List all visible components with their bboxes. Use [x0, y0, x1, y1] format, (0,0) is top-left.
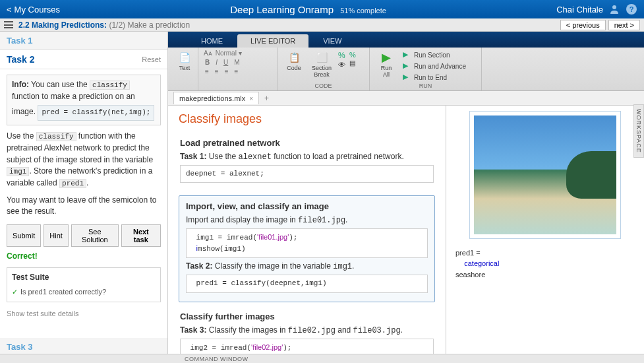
- user-icon[interactable]: [608, 3, 620, 15]
- course-title-area: Deep Learning Onramp 51% complete: [60, 4, 556, 15]
- correct-label: Correct!: [7, 251, 161, 262]
- ribbon-toolbar: 📄 Text Aᴀ Normal ▾ B I U M: [168, 48, 644, 91]
- breadcrumb-bar: 2.2 Making Predictions: (1/2) Make a pre…: [0, 18, 644, 32]
- font-size-icon[interactable]: Aᴀ: [204, 50, 212, 57]
- config-icon[interactable]: ▤: [349, 59, 356, 67]
- task-2-title: Task 2: [7, 54, 35, 65]
- code-icon: 📋: [287, 51, 301, 64]
- close-icon[interactable]: ×: [249, 95, 253, 102]
- course-title: Deep Learning Onramp: [230, 4, 334, 15]
- task-instruction: Use the classify function with the pretr…: [7, 131, 161, 189]
- output-column: pred1 = categorical seashore: [446, 106, 644, 354]
- section-2-heading: Import, view, and classify an image: [186, 201, 428, 211]
- run-all-button[interactable]: ▶ Run All: [375, 50, 397, 80]
- run-to-end-button[interactable]: ▶Run to End: [401, 72, 467, 82]
- previous-button[interactable]: < previous: [560, 20, 606, 30]
- chevron-left-icon: <: [7, 5, 12, 15]
- task-1-header[interactable]: Task 1: [0, 32, 167, 50]
- text-icon: 📄: [178, 51, 191, 64]
- see-solution-button[interactable]: See Solution: [71, 224, 119, 247]
- run-section-icon: ▶: [403, 50, 412, 59]
- text-button[interactable]: 📄 Text: [173, 50, 196, 73]
- beach-image: [474, 116, 616, 234]
- show-suite-details-link[interactable]: Show test suite details: [7, 309, 161, 319]
- doc-title: Classify images: [179, 112, 435, 126]
- app-header: < My Courses Deep Learning Onramp 51% co…: [0, 0, 644, 18]
- tab-live-editor[interactable]: LIVE EDITOR: [237, 34, 308, 48]
- tab-home[interactable]: HOME: [188, 34, 236, 48]
- section-1-heading: Load pretrained network: [180, 138, 434, 148]
- run-end-icon: ▶: [403, 73, 412, 82]
- crumb-name: Make a prediction: [127, 20, 190, 30]
- underline-button[interactable]: U: [222, 59, 229, 66]
- back-label: My Courses: [15, 5, 60, 15]
- run-section-button[interactable]: ▶Run Section: [401, 50, 467, 60]
- crumb-step: (1/2): [109, 20, 125, 30]
- classify-inline: classify: [90, 81, 130, 90]
- next-task-button[interactable]: Next task: [121, 224, 161, 247]
- doc-section-1: Load pretrained network Task 1: Use the …: [179, 135, 435, 189]
- test-suite-title: Test Suite: [12, 272, 156, 283]
- file-tab-label: makepredictions.mlx: [179, 94, 245, 102]
- doc-section-2: Import, view, and classify an image Impo…: [179, 195, 435, 302]
- tab-view[interactable]: VIEW: [310, 34, 355, 48]
- file-tab[interactable]: makepredictions.mlx ×: [173, 92, 259, 104]
- submit-button[interactable]: Submit: [7, 224, 41, 247]
- command-window-bar[interactable]: COMMAND WINDOW: [0, 354, 644, 363]
- back-to-courses-link[interactable]: < My Courses: [7, 5, 60, 15]
- output-figure[interactable]: [469, 111, 621, 239]
- run-advance-icon: ▶: [403, 61, 412, 71]
- refactor-icon[interactable]: 👁: [338, 61, 345, 69]
- indent-button[interactable]: ≡: [233, 68, 240, 75]
- play-icon: ▶: [380, 51, 393, 64]
- code-block-2[interactable]: img1 = imread('file01.jpg'); imshow(img1…: [186, 228, 428, 258]
- list-button[interactable]: ≡: [204, 68, 210, 75]
- code-block-3[interactable]: pred1 = classify(deepnet,img1): [186, 275, 428, 292]
- code-button[interactable]: 📋 Code: [283, 50, 305, 73]
- test-suite-box: Test Suite ✓ Is pred1 created correctly?: [7, 267, 161, 302]
- section-break-icon: ⬜: [315, 51, 328, 64]
- header-right: Chai Chitale ?: [556, 3, 637, 15]
- bold-button[interactable]: B: [204, 59, 211, 66]
- run-advance-button[interactable]: ▶Run and Advance: [401, 61, 467, 71]
- italic-button[interactable]: I: [214, 59, 219, 66]
- section-3-heading: Classify further images: [180, 312, 434, 321]
- test-suite-item: ✓ Is pred1 created correctly?: [12, 287, 156, 298]
- task-panel: Task 1 Task 2 Reset Info: You can use th…: [0, 32, 168, 354]
- ribbon-tabstrip: HOME LIVE EDITOR VIEW: [168, 32, 644, 48]
- info-box: Info: You can use the classify function …: [7, 75, 161, 125]
- hint-button[interactable]: Hint: [44, 224, 69, 247]
- info-label: Info:: [12, 80, 29, 89]
- numbered-list-button[interactable]: ≡: [214, 68, 220, 75]
- code-block-1[interactable]: deepnet = alexnet;: [180, 165, 434, 183]
- task-3-header[interactable]: Task 3: [0, 338, 167, 354]
- editor-panel: WORKSPACE HOME LIVE EDITOR VIEW 📄 Text A…: [168, 32, 644, 354]
- crumb-section: 2.2 Making Predictions:: [18, 20, 107, 30]
- live-script-document[interactable]: Classify images Load pretrained network …: [168, 106, 446, 354]
- menu-icon[interactable]: [4, 21, 13, 28]
- task-2-body: Info: You can use the classify function …: [0, 69, 167, 325]
- section-break-button[interactable]: ⬜ Section Break: [309, 50, 334, 80]
- comment-icon[interactable]: %: [349, 51, 356, 59]
- style-dropdown[interactable]: Normal ▾: [216, 50, 242, 57]
- svg-point-0: [612, 5, 616, 9]
- user-name: Chai Chitale: [556, 5, 603, 15]
- task-hint-text: You may want to leave off the semicolon …: [7, 195, 161, 218]
- reset-link[interactable]: Reset: [142, 55, 161, 63]
- mono-button[interactable]: M: [233, 59, 241, 66]
- doc-section-3: Classify further images Task 3: Classify…: [179, 309, 435, 354]
- percent-icon[interactable]: %: [338, 51, 345, 60]
- output-value: seashore: [455, 271, 485, 279]
- file-tabstrip: makepredictions.mlx × +: [168, 91, 644, 106]
- check-icon: ✓: [12, 287, 18, 298]
- help-icon[interactable]: ?: [626, 3, 637, 15]
- outdent-button[interactable]: ≡: [223, 68, 230, 75]
- new-tab-button[interactable]: +: [260, 92, 273, 104]
- course-progress: 51% complete: [340, 7, 386, 15]
- breadcrumb: 2.2 Making Predictions: (1/2) Make a pre…: [18, 20, 190, 30]
- code-block-4[interactable]: img2 = imread('file02.jpg');: [180, 339, 434, 354]
- svg-text:?: ?: [629, 5, 634, 13]
- task-2-header: Task 2 Reset: [0, 50, 167, 69]
- run-group-label: RUN: [375, 82, 476, 89]
- next-button[interactable]: next >: [608, 20, 640, 30]
